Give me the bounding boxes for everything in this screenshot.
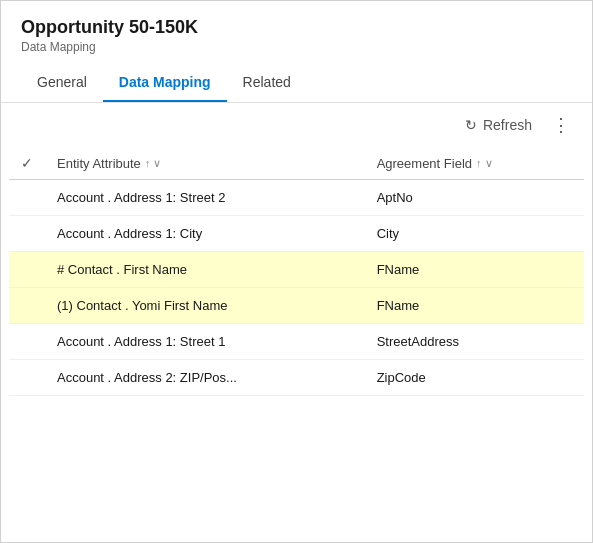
table-body: Account . Address 1: Street 2AptNoAccoun… <box>9 180 584 396</box>
page-subtitle: Data Mapping <box>21 40 572 54</box>
data-table: ✓ Entity Attribute ↑ ∨ Agreement Field ↑… <box>9 147 584 396</box>
tab-related[interactable]: Related <box>227 64 307 102</box>
table-row[interactable]: (1) Contact . Yomi First NameFName <box>9 288 584 324</box>
data-table-container: ✓ Entity Attribute ↑ ∨ Agreement Field ↑… <box>1 147 592 542</box>
row-entity-attribute: Account . Address 1: Street 2 <box>45 180 365 216</box>
row-check-cell <box>9 360 45 396</box>
row-agreement-field: AptNo <box>365 180 584 216</box>
row-agreement-field: StreetAddress <box>365 324 584 360</box>
refresh-icon: ↻ <box>465 117 477 133</box>
main-window: Opportunity 50-150K Data Mapping General… <box>0 0 593 543</box>
tab-bar: General Data Mapping Related <box>21 64 572 102</box>
row-check-cell <box>9 216 45 252</box>
row-entity-attribute: (1) Contact . Yomi First Name <box>45 288 365 324</box>
table-row[interactable]: Account . Address 1: CityCity <box>9 216 584 252</box>
more-options-button[interactable]: ⋮ <box>546 114 576 136</box>
row-agreement-field: ZipCode <box>365 360 584 396</box>
row-agreement-field: FName <box>365 288 584 324</box>
row-entity-attribute: # Contact . First Name <box>45 252 365 288</box>
row-agreement-field: FName <box>365 252 584 288</box>
table-row[interactable]: Account . Address 1: Street 1StreetAddre… <box>9 324 584 360</box>
tab-general[interactable]: General <box>21 64 103 102</box>
col-header-agreement-field[interactable]: Agreement Field ↑ ∨ <box>365 147 584 180</box>
table-row[interactable]: Account . Address 1: Street 2AptNo <box>9 180 584 216</box>
refresh-label: Refresh <box>483 117 532 133</box>
header: Opportunity 50-150K Data Mapping General… <box>1 1 592 103</box>
row-entity-attribute: Account . Address 1: Street 1 <box>45 324 365 360</box>
table-row[interactable]: Account . Address 2: ZIP/Pos...ZipCode <box>9 360 584 396</box>
row-check-cell <box>9 180 45 216</box>
row-entity-attribute: Account . Address 1: City <box>45 216 365 252</box>
row-check-cell <box>9 252 45 288</box>
col-header-check: ✓ <box>9 147 45 180</box>
row-check-cell <box>9 288 45 324</box>
row-check-cell <box>9 324 45 360</box>
tab-data-mapping[interactable]: Data Mapping <box>103 64 227 102</box>
refresh-button[interactable]: ↻ Refresh <box>459 113 538 137</box>
table-header-row: ✓ Entity Attribute ↑ ∨ Agreement Field ↑… <box>9 147 584 180</box>
col-header-entity-attribute[interactable]: Entity Attribute ↑ ∨ <box>45 147 365 180</box>
row-entity-attribute: Account . Address 2: ZIP/Pos... <box>45 360 365 396</box>
row-agreement-field: City <box>365 216 584 252</box>
toolbar: ↻ Refresh ⋮ <box>1 103 592 147</box>
table-row[interactable]: # Contact . First NameFName <box>9 252 584 288</box>
page-title: Opportunity 50-150K <box>21 17 572 38</box>
check-icon: ✓ <box>21 155 33 171</box>
